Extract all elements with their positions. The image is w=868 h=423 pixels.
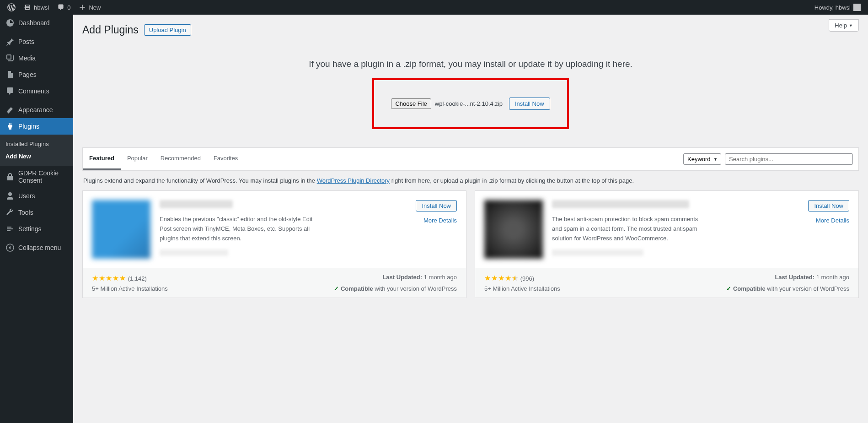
plugin-title-redacted [160,200,233,208]
search-type-select[interactable]: Keyword [683,153,721,165]
plugin-card: Install Now More Details Enables the pre… [82,190,466,298]
wrench-icon [5,208,15,217]
check-icon: ✓ [334,285,339,292]
menu-label: GDPR Cookie Consent [18,169,70,184]
active-installs: 5+ Million Active Installations [92,285,272,292]
page-title: Add Plugins [82,24,139,36]
install-now-button[interactable]: Install Now [416,200,457,212]
menu-gdpr[interactable]: GDPR Cookie Consent [0,166,73,188]
rating-count: (1,142) [128,275,147,282]
tab-featured[interactable]: Featured [83,148,121,170]
tab-recommended[interactable]: Recommended [154,148,207,170]
comments-count: 0 [67,4,70,11]
dashboard-icon [5,18,15,27]
submenu-installed-plugins[interactable]: Installed Plugins [0,138,73,150]
admin-sidebar: Dashboard Posts Media Pages Comments App… [0,15,73,423]
plugin-description: Enables the previous "classic" editor an… [160,215,315,243]
rating-count: (996) [520,275,534,282]
star-rating-icon: ★★★★★ [92,274,126,282]
menu-media[interactable]: Media [0,50,73,66]
last-updated-label: Last Updated: [382,274,422,281]
compat-label: Compatible [733,285,766,292]
submenu-add-new[interactable]: Add New [0,150,73,163]
last-updated-label: Last Updated: [775,274,814,281]
wp-logo[interactable] [4,0,19,15]
menu-label: Collapse menu [18,244,61,251]
menu-label: Comments [18,87,49,95]
menu-pages[interactable]: Pages [0,66,73,83]
site-name-link[interactable]: hbwsl [20,0,53,15]
menu-label: Dashboard [18,19,50,27]
compat-label: Compatible [341,285,373,292]
plugin-title-redacted [552,200,689,208]
menu-label: Tools [18,209,33,216]
media-icon [5,54,15,63]
plugin-thumbnail [484,200,543,259]
menu-label: Plugins [18,123,39,130]
install-now-button[interactable]: Install Now [808,200,849,212]
brush-icon [5,105,15,114]
avatar-icon [853,4,861,11]
menu-posts[interactable]: Posts [0,33,73,50]
selected-filename: wpl-cookie-...nt-2.10.4.zip [435,100,503,107]
search-input[interactable] [725,153,853,165]
more-details-link[interactable]: More Details [808,217,849,224]
menu-label: Media [18,54,36,62]
menu-users[interactable]: Users [0,188,73,204]
lock-icon [5,172,15,181]
menu-collapse[interactable]: Collapse menu [0,239,73,256]
star-rating-icon: ★★★★★★ [484,274,519,282]
plugin-byline-redacted [552,249,643,256]
admin-bar: hbwsl 0 New Howdy, hbwsl [0,0,868,15]
help-tab[interactable]: Help ▼ [829,19,859,32]
filter-bar: Featured Popular Recommended Favorites K… [82,147,859,171]
plugin-thumbnail [92,200,150,259]
menu-plugins[interactable]: Plugins [0,118,73,135]
menu-settings[interactable]: Settings [0,221,73,237]
tab-popular[interactable]: Popular [121,148,154,170]
plugin-description: The best anti-spam protection to block s… [552,215,707,243]
upload-plugin-button[interactable]: Upload Plugin [144,24,191,36]
menu-label: Settings [18,225,42,233]
menu-tools[interactable]: Tools [0,204,73,221]
plugin-directory-link[interactable]: WordPress Plugin Directory [317,177,390,184]
active-installs: 5+ Million Active Installations [484,285,664,292]
menu-label: Appearance [18,106,53,114]
more-details-link[interactable]: More Details [416,217,457,224]
last-updated-value: 1 month ago [424,274,457,281]
comments-link[interactable]: 0 [54,0,74,15]
pin-icon [5,37,15,46]
menu-label: Posts [18,38,34,45]
user-icon [5,191,15,201]
menu-comments[interactable]: Comments [0,83,73,99]
install-now-button[interactable]: Install Now [509,98,550,110]
help-label: Help [835,22,847,29]
tab-favorites[interactable]: Favorites [207,148,244,170]
plug-icon [5,122,15,131]
chevron-down-icon: ▼ [849,23,853,28]
page-icon [5,70,15,79]
upload-description: If you have a plugin in a .zip format, y… [82,59,859,69]
compat-text: with your version of WordPress [373,285,457,292]
directory-description: Plugins extend and expand the functional… [82,171,859,190]
choose-file-button[interactable]: Choose File [391,98,431,109]
comment-icon [5,87,15,96]
howdy-label: Howdy, hbwsl [814,4,851,11]
howdy-account[interactable]: Howdy, hbwsl [811,0,864,15]
menu-dashboard[interactable]: Dashboard [0,15,73,31]
site-name-label: hbwsl [34,4,49,11]
plugin-byline-redacted [160,249,228,256]
main-content: Help ▼ Add Plugins Upload Plugin If you … [73,15,868,423]
last-updated-value: 1 month ago [816,274,849,281]
compat-text: with your version of WordPress [766,285,849,292]
new-content-link[interactable]: New [75,0,104,15]
menu-label: Pages [18,71,37,78]
sliders-icon [5,224,15,233]
upload-form-highlight: Choose File wpl-cookie-...nt-2.10.4.zip … [372,78,569,129]
menu-appearance[interactable]: Appearance [0,102,73,118]
new-label: New [89,4,101,11]
check-icon: ✓ [726,285,731,292]
collapse-icon [5,243,15,252]
menu-label: Users [18,192,35,200]
plugin-card: Install Now More Details The best anti-s… [475,190,859,298]
